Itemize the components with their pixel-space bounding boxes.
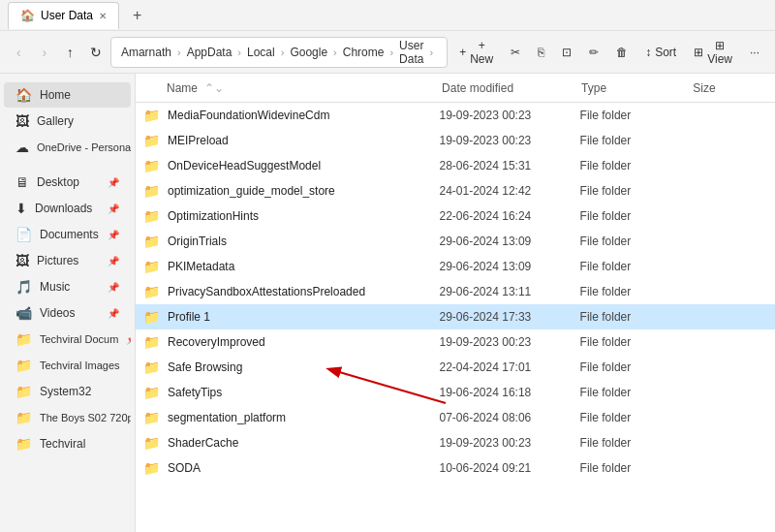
sidebar-item-documents[interactable]: 📄 Documents 📌 (4, 222, 131, 247)
breadcrumb-amarnath[interactable]: Amarnath (121, 46, 171, 59)
file-type: File folder (580, 310, 693, 324)
sidebar-item-onedrive[interactable]: ☁ OneDrive - Persona (4, 135, 131, 160)
table-row[interactable]: 📁 Profile 1 29-06-2024 17:33 File folder (136, 304, 775, 329)
sidebar-item-gallery[interactable]: 🖼 Gallery (4, 109, 131, 134)
file-name: optimization_guide_model_store (168, 184, 439, 198)
techviral-doc-pin-icon: 📌 (126, 334, 131, 345)
breadcrumb-google[interactable]: Google (290, 46, 327, 59)
sidebar-item-techviral-doc[interactable]: 📁 Techviral Docum 📌 (4, 327, 131, 352)
file-name: MEIPreload (168, 134, 439, 147)
sidebar-item-techviral[interactable]: 📁 Techviral (4, 431, 131, 456)
tab-close-button[interactable]: ✕ (99, 11, 107, 21)
table-row[interactable]: 📁 PKIMetadata 29-06-2024 13:09 File fold… (136, 254, 775, 279)
sort-button[interactable]: ↕ Sort (637, 37, 684, 68)
breadcrumb[interactable]: Amarnath › AppData › Local › Google › Ch… (110, 37, 448, 68)
documents-icon: 📄 (16, 227, 32, 242)
table-row[interactable]: 📁 OnDeviceHeadSuggestModel 28-06-2024 15… (136, 153, 775, 178)
col-name-label: Name (167, 81, 198, 95)
desktop-icon: 🖥 (16, 174, 29, 190)
sidebar-item-theboys[interactable]: 📁 The Boys S02 720p (4, 405, 131, 430)
gallery-icon: 🖼 (16, 113, 29, 129)
sidebar-item-home[interactable]: 🏠 Home (4, 82, 131, 108)
breadcrumb-sep-1: › (173, 47, 185, 58)
file-type: File folder (580, 461, 693, 475)
file-modified: 28-06-2024 15:31 (439, 159, 579, 172)
cut-button[interactable]: ✂ (503, 37, 528, 68)
table-row[interactable]: 📁 MediaFoundationWidevineCdm 19-09-2023 … (136, 103, 775, 128)
col-header-size[interactable]: Size (693, 81, 767, 95)
view-label: ⊞ View (707, 39, 732, 66)
forward-button[interactable]: › (33, 39, 54, 66)
table-row[interactable]: 📁 OriginTrials 29-06-2024 13:09 File fol… (136, 229, 775, 254)
sidebar-item-desktop[interactable]: 🖥 Desktop 📌 (4, 170, 131, 195)
pictures-icon: 🖼 (16, 253, 29, 268)
file-name: SafetyTips (168, 386, 439, 399)
sidebar-item-system32[interactable]: 📁 System32 (4, 379, 131, 404)
onedrive-icon: ☁ (16, 140, 29, 155)
back-button[interactable]: ‹ (8, 39, 29, 66)
folder-icon: 📁 (143, 234, 160, 249)
folder-icon: 📁 (143, 284, 160, 299)
table-row[interactable]: 📁 segmentation_platform 07-06-2024 08:06… (136, 405, 775, 430)
new-button[interactable]: + + New (451, 37, 501, 68)
refresh-button[interactable]: ↻ (84, 39, 106, 66)
pictures-pin-icon: 📌 (108, 256, 119, 266)
sidebar-item-downloads[interactable]: ⬇ Downloads 📌 (4, 196, 131, 221)
sidebar-item-videos[interactable]: 📹 Videos 📌 (4, 300, 131, 326)
copy-button[interactable]: ⎘ (530, 37, 552, 68)
table-row[interactable]: 📁 SODA 10-06-2024 09:21 File folder (136, 455, 775, 481)
table-row[interactable]: 📁 RecoveryImproved 19-09-2023 00:23 File… (136, 329, 775, 355)
tab-label: User Data (41, 9, 93, 22)
content-wrapper: Name ⌃⌄ Date modified Type Size 📁 MediaF… (136, 74, 775, 532)
cut-icon: ✂ (511, 46, 520, 59)
breadcrumb-local[interactable]: Local (247, 46, 275, 59)
breadcrumb-appdata[interactable]: AppData (187, 46, 232, 59)
more-options-button[interactable]: ··· (742, 37, 767, 68)
videos-icon: 📹 (16, 305, 32, 321)
table-row[interactable]: 📁 OptimizationHints 22-06-2024 16:24 Fil… (136, 203, 775, 229)
file-type: File folder (580, 209, 693, 223)
col-header-name[interactable]: Name ⌃⌄ (143, 81, 442, 95)
view-icon: ⊞ (694, 46, 703, 59)
folder-icon: 📁 (143, 360, 160, 375)
file-modified: 24-01-2024 12:42 (439, 184, 579, 198)
new-tab-button[interactable]: + (127, 5, 147, 26)
table-row[interactable]: 📁 Safe Browsing 22-04-2024 17:01 File fo… (136, 355, 775, 380)
videos-pin-icon: 📌 (108, 308, 119, 319)
table-row[interactable]: 📁 MEIPreload 19-09-2023 00:23 File folde… (136, 128, 775, 153)
rename-button[interactable]: ✏ (581, 37, 606, 68)
sidebar-item-techviral-images[interactable]: 📁 Techviral Images (4, 353, 131, 378)
file-modified: 19-09-2023 00:23 (439, 335, 579, 349)
file-name: segmentation_platform (168, 411, 439, 424)
techviral-doc-icon: 📁 (16, 331, 32, 347)
folder-icon: 📁 (143, 435, 160, 451)
up-button[interactable]: ↑ (59, 39, 80, 66)
breadcrumb-chrome[interactable]: Chrome (343, 46, 385, 59)
rename-icon: ✏ (589, 46, 599, 59)
file-type: File folder (580, 184, 693, 198)
view-button[interactable]: ⊞ ⊞ View (686, 37, 740, 68)
col-header-modified[interactable]: Date modified (442, 81, 581, 95)
home-icon: 🏠 (16, 87, 32, 103)
title-bar: 🏠 User Data ✕ + (0, 0, 775, 31)
table-row[interactable]: 📁 optimization_guide_model_store 24-01-2… (136, 178, 775, 203)
table-row[interactable]: 📁 SafetyTips 19-06-2024 16:18 File folde… (136, 380, 775, 405)
col-header-type[interactable]: Type (581, 81, 693, 95)
file-modified: 22-06-2024 16:24 (439, 209, 579, 223)
system32-icon: 📁 (16, 384, 32, 399)
table-row[interactable]: 📁 PrivacySandboxAttestationsPreloaded 29… (136, 279, 775, 304)
paste-button[interactable]: ⊡ (554, 37, 579, 68)
file-list: 📁 MediaFoundationWidevineCdm 19-09-2023 … (136, 103, 775, 532)
tab-user-data[interactable]: 🏠 User Data ✕ (8, 2, 119, 29)
table-row[interactable]: 📁 ShaderCache 19-09-2023 00:23 File fold… (136, 430, 775, 455)
delete-button[interactable]: 🗑 (608, 37, 636, 68)
music-pin-icon: 📌 (108, 282, 119, 293)
sidebar-item-pictures[interactable]: 🖼 Pictures 📌 (4, 248, 131, 273)
sidebar-item-music[interactable]: 🎵 Music 📌 (4, 274, 131, 299)
breadcrumb-sep-5: › (386, 47, 397, 58)
breadcrumb-userdata[interactable]: User Data (399, 39, 423, 66)
toolbar-actions: + + New ✂ ⎘ ⊡ ✏ 🗑 ↕ Sort ⊞ ⊞ View ··· (451, 37, 767, 68)
sort-icon: ↕ (645, 46, 651, 59)
sidebar-music-label: Music (40, 280, 70, 294)
folder-icon: 📁 (143, 108, 160, 123)
